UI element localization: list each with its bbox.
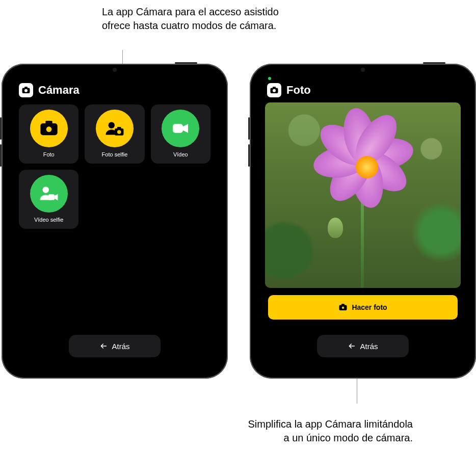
back-button[interactable]: Atrás: [317, 335, 409, 357]
svg-point-9: [117, 130, 121, 134]
camera-in-use-indicator: [268, 77, 271, 80]
front-camera-dot: [113, 68, 117, 72]
screen-right: Foto Hacer foto: [260, 74, 466, 368]
volume-button: [0, 144, 2, 167]
arrow-left-icon: [348, 342, 356, 350]
power-button: [175, 62, 197, 64]
volume-button: [248, 144, 250, 167]
mode-label: Foto: [43, 151, 55, 157]
mode-label: Vídeo: [173, 151, 188, 157]
volume-button: [0, 117, 2, 140]
selfie-photo-icon: [96, 110, 134, 147]
camera-app-icon: [19, 83, 33, 97]
screen-left: Cámara Foto Foto: [12, 74, 218, 368]
camera-icon: [30, 110, 68, 147]
device-frame-left: Cámara Foto Foto: [2, 64, 228, 379]
svg-rect-10: [117, 127, 121, 129]
arrow-left-icon: [99, 342, 108, 350]
svg-point-1: [24, 89, 28, 92]
mode-label: Vídeo selfie: [34, 217, 63, 223]
back-button[interactable]: Atrás: [69, 335, 161, 357]
app-header: Cámara: [12, 74, 218, 101]
front-camera-dot: [361, 68, 365, 72]
mode-tile-video-selfie[interactable]: Vídeo selfie: [19, 170, 78, 229]
selfie-video-icon: [30, 175, 68, 213]
callout-bottom-text: Simplifica la app Cámara limitándola a u…: [240, 417, 413, 445]
power-button: [423, 62, 445, 64]
mode-label: Foto selfie: [102, 151, 128, 157]
take-photo-button[interactable]: Hacer foto: [268, 295, 458, 320]
callout-top-text: La app Cámara para el acceso asistido of…: [102, 5, 285, 33]
svg-point-7: [108, 122, 115, 129]
svg-point-15: [273, 89, 276, 92]
camera-icon: [338, 303, 348, 312]
svg-rect-11: [173, 124, 183, 133]
svg-rect-16: [273, 87, 276, 88]
device-frame-right: Foto Hacer foto: [250, 64, 476, 379]
mode-tile-foto[interactable]: Foto: [19, 104, 78, 164]
app-title: Foto: [286, 84, 311, 97]
app-header: Foto: [260, 74, 466, 101]
svg-rect-6: [45, 121, 52, 124]
capture-label: Hacer foto: [352, 303, 387, 311]
back-label: Atrás: [112, 342, 129, 351]
back-label: Atrás: [360, 342, 378, 351]
camera-app-icon: [267, 83, 281, 97]
svg-rect-2: [24, 87, 28, 88]
svg-rect-13: [48, 194, 55, 200]
app-title: Cámara: [38, 84, 80, 97]
svg-point-12: [42, 187, 49, 193]
camera-viewfinder: [265, 102, 461, 288]
svg-rect-20: [341, 304, 345, 305]
video-icon: [162, 110, 199, 147]
mode-tile-foto-selfie[interactable]: Foto selfie: [85, 104, 144, 164]
volume-button: [248, 117, 250, 140]
mode-tile-video[interactable]: Vídeo: [151, 104, 210, 164]
mode-grid: Foto Foto selfie: [12, 101, 218, 232]
